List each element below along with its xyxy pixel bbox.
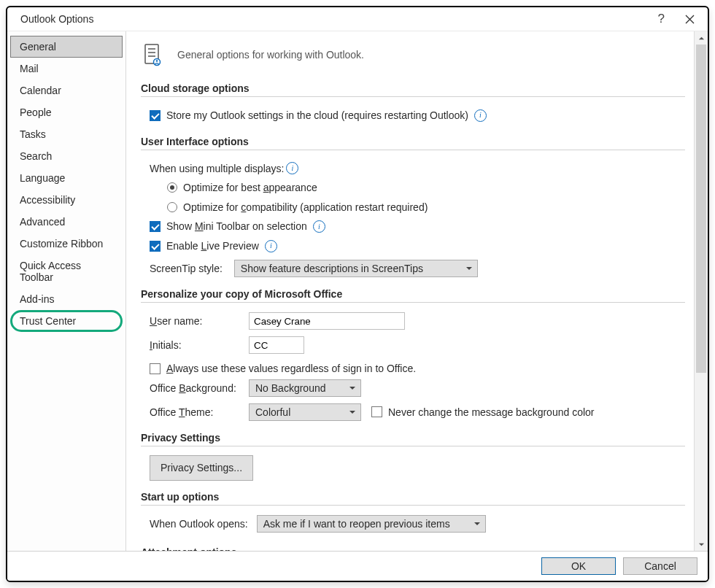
sidebar-item-accessibility[interactable]: Accessibility xyxy=(10,189,123,211)
checkbox-mini-toolbar[interactable]: Show Mini Toolbar on selection i xyxy=(150,217,685,236)
initials-label: Initials: xyxy=(150,336,243,355)
combo-office-theme[interactable]: Colorful xyxy=(249,403,361,421)
sidebar-item-language[interactable]: Language xyxy=(10,167,123,189)
section-personalize-title: Personalize your copy of Microsoft Offic… xyxy=(141,288,685,303)
button-privacy-settings[interactable]: Privacy Settings... xyxy=(150,455,253,481)
info-icon[interactable]: i xyxy=(474,109,487,122)
theme-label: Office Theme: xyxy=(150,403,243,422)
input-initials[interactable] xyxy=(249,336,304,354)
info-icon[interactable]: i xyxy=(265,240,277,252)
scroll-up-icon[interactable] xyxy=(695,31,708,45)
username-label: User name: xyxy=(150,312,243,331)
section-privacy-title: Privacy Settings xyxy=(141,432,685,446)
checkbox-always-use[interactable]: Always use these values regardless of si… xyxy=(150,359,685,379)
vertical-scrollbar[interactable] xyxy=(694,31,708,551)
radio-optimize-appearance[interactable]: Optimize for best appearance xyxy=(167,178,685,198)
checkbox-store-cloud[interactable]: Store my Outlook settings in the cloud (… xyxy=(150,106,685,125)
sidebar-item-advanced[interactable]: Advanced xyxy=(10,211,123,233)
close-icon[interactable] xyxy=(685,15,695,24)
bg-label: Office Background: xyxy=(150,379,243,398)
svg-point-4 xyxy=(154,59,161,66)
scrollbar-thumb[interactable] xyxy=(696,45,706,373)
sidebar-item-trust-center[interactable]: Trust Center xyxy=(10,310,123,332)
sidebar-item-people[interactable]: People xyxy=(10,101,123,123)
sidebar-item-calendar[interactable]: Calendar xyxy=(10,80,123,101)
sidebar-item-general[interactable]: General xyxy=(10,36,123,58)
radio-optimize-compat[interactable]: Optimize for compatibility (application … xyxy=(167,198,685,217)
info-icon[interactable]: i xyxy=(286,162,298,174)
multi-displays-label: When using multiple displays: xyxy=(150,159,284,179)
sidebar-item-tasks[interactable]: Tasks xyxy=(10,123,123,145)
info-icon[interactable]: i xyxy=(313,220,325,233)
checkbox-never-change-bg[interactable]: Never change the message background colo… xyxy=(371,403,595,422)
cancel-button[interactable]: Cancel xyxy=(623,557,697,575)
section-startup-title: Start up options xyxy=(141,491,685,506)
sidebar-item-quick-access[interactable]: Quick Access Toolbar xyxy=(10,255,123,288)
combo-screentip-style[interactable]: Show feature descriptions in ScreenTips xyxy=(234,260,478,277)
checkbox-live-preview[interactable]: Enable Live Preview i xyxy=(150,236,685,256)
category-sidebar: General Mail Calendar People Tasks Searc… xyxy=(7,31,126,551)
screentip-label: ScreenTip style: xyxy=(150,259,223,279)
help-icon[interactable]: ? xyxy=(658,12,665,26)
ok-button[interactable]: OK xyxy=(541,557,616,575)
content-pane: General options for working with Outlook… xyxy=(126,31,694,551)
general-options-icon xyxy=(141,42,167,68)
scroll-down-icon[interactable] xyxy=(695,538,708,551)
section-ui-title: User Interface options xyxy=(141,136,685,150)
options-dialog: Outlook Options ? General Mail Calendar … xyxy=(6,6,709,582)
sidebar-item-search[interactable]: Search xyxy=(10,145,123,167)
page-intro: General options for working with Outlook… xyxy=(177,49,364,61)
section-cloud-title: Cloud storage options xyxy=(141,82,685,97)
startup-label: When Outlook opens: xyxy=(150,514,248,534)
svg-point-5 xyxy=(156,60,158,62)
sidebar-item-mail[interactable]: Mail xyxy=(10,58,123,80)
sidebar-item-addins[interactable]: Add-ins xyxy=(10,288,123,310)
title-bar: Outlook Options ? xyxy=(7,7,708,31)
dialog-footer: OK Cancel xyxy=(7,551,708,581)
sidebar-item-customize-ribbon[interactable]: Customize Ribbon xyxy=(10,233,123,255)
window-title: Outlook Options xyxy=(20,13,93,25)
combo-startup-behavior[interactable]: Ask me if I want to reopen previous item… xyxy=(257,515,486,533)
combo-office-background[interactable]: No Background xyxy=(249,379,361,397)
input-username[interactable] xyxy=(249,312,405,330)
